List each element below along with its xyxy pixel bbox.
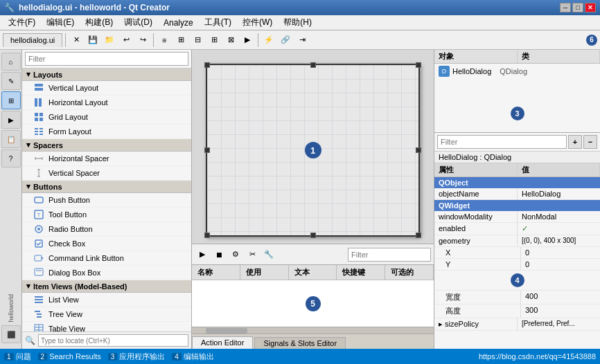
prop-enabled[interactable]: enabled ✓ [434, 223, 600, 235]
tab-signals-slots[interactable]: Signals & Slots Editor [254, 337, 346, 349]
toolbar-grid[interactable]: ⊞ [173, 33, 188, 48]
buttons-arrow: ▾ [26, 182, 30, 191]
close-button[interactable]: ✕ [585, 3, 596, 12]
toolbar-buddies[interactable]: 🔗 [278, 33, 293, 48]
minimize-button[interactable]: ─ [560, 3, 571, 12]
toolbar-new[interactable]: ✕ [69, 33, 84, 48]
widget-vertical-layout[interactable]: Vertical Layout [22, 81, 191, 95]
toolbar-align[interactable]: ≡ [157, 33, 172, 48]
sidebar-edit[interactable]: ✎ [1, 72, 21, 90]
menu-file[interactable]: 文件(F) [3, 15, 41, 30]
widget-dialog-box[interactable]: Dialog Box Box [22, 266, 191, 280]
widget-check-box[interactable]: Check Box [22, 237, 191, 251]
sidebar-debug2[interactable]: ⬛ [1, 325, 21, 343]
handle-tr[interactable] [416, 62, 421, 68]
prop-x[interactable]: X 0 [434, 247, 600, 259]
toolbar-undo[interactable]: ↩ [118, 33, 134, 48]
widget-form-layout[interactable]: Form Layout [22, 125, 191, 139]
toolbar-break[interactable]: ⊠ [223, 33, 238, 48]
menu-widgets[interactable]: 控件(W) [237, 15, 278, 30]
prop-width[interactable]: 宽度 400 [434, 291, 600, 304]
svg-rect-5 [39, 113, 43, 116]
bt-scissors[interactable]: ✂ [245, 247, 260, 262]
widget-vertical-spacer[interactable]: Vertical Spacer [22, 166, 191, 181]
prop-windowmodality[interactable]: windowModality NonModal [434, 211, 600, 223]
handle-bl[interactable] [204, 233, 210, 238]
status-app-output[interactable]: 3 应用程序输出 [108, 352, 166, 362]
widget-horizontal-layout[interactable]: Horizontal Layout [22, 95, 191, 110]
tab-action-editor[interactable]: Action Editor [192, 336, 253, 349]
handle-br[interactable] [416, 233, 421, 238]
toolbar-redo[interactable]: ↪ [135, 33, 150, 48]
bt-play[interactable]: ▶ [195, 247, 210, 262]
menu-debug[interactable]: 调试(D) [118, 15, 158, 30]
sidebar-debug[interactable]: ▶ [1, 111, 21, 129]
bt-stop[interactable]: ⏹ [211, 247, 227, 262]
file-tab[interactable]: hellodialog.ui [3, 33, 62, 47]
sidebar-help[interactable]: ? [1, 149, 21, 167]
widget-list-view[interactable]: List View [22, 293, 191, 307]
bt-config[interactable]: ⚙ [228, 247, 243, 262]
prop-y[interactable]: Y 0 [434, 259, 600, 271]
canvas-widget[interactable]: 1 [206, 64, 420, 237]
widget-horizontal-spacer[interactable]: Horizontal Spacer [22, 152, 191, 166]
handle-ml[interactable] [204, 147, 210, 153]
toolbar-signal[interactable]: ⚡ [261, 33, 276, 48]
toolbar-layout-h[interactable]: ⊟ [190, 33, 205, 48]
action-filter-input[interactable] [348, 248, 431, 262]
category-spacers[interactable]: ▾ Spacers [22, 139, 191, 152]
handle-tl[interactable] [204, 62, 210, 68]
menu-build[interactable]: 构建(B) [80, 15, 118, 30]
handle-mr[interactable] [416, 147, 421, 153]
widget-filter-input[interactable] [25, 52, 188, 66]
sidebar-projects[interactable]: 📋 [1, 130, 21, 148]
prop-geometry[interactable]: geometry [(0, 0), 400 x 300] [434, 235, 600, 247]
canvas-bottom-toolbar: ▶ ⏹ ⚙ ✂ 🔧 [192, 244, 434, 264]
toolbar-save[interactable]: 💾 [85, 33, 100, 48]
widget-table-view[interactable]: Table View [22, 322, 191, 331]
prop-objectname[interactable]: objectName HelloDialog [434, 188, 600, 200]
prop-remove-btn[interactable]: − [583, 135, 597, 149]
obj-row-hello[interactable]: D HelloDialog QDialog [434, 64, 600, 79]
handle-bm[interactable] [310, 233, 316, 238]
menu-help[interactable]: 帮助(H) [278, 15, 317, 30]
prop-add-btn[interactable]: + [568, 135, 582, 149]
status-search[interactable]: 2 Search Results [38, 352, 101, 361]
widget-tool-button[interactable]: T Tool Button [22, 208, 191, 222]
sidebar-welcome[interactable]: ⌂ [1, 53, 21, 71]
svg-rect-7 [39, 118, 43, 121]
locate-input[interactable] [38, 334, 188, 347]
category-layouts[interactable]: ▾ Layouts [22, 69, 191, 81]
maximize-button[interactable]: □ [572, 3, 583, 12]
category-item-views[interactable]: ▾ Item Views (Model-Based) [22, 280, 191, 293]
widget-push-button[interactable]: Push Button [22, 193, 191, 208]
status-compile-output[interactable]: 4 编辑输出 [172, 352, 214, 362]
widget-radio-button[interactable]: Radio Button [22, 222, 191, 237]
svg-rect-3 [39, 98, 42, 107]
horizontal-layout-icon [33, 97, 44, 108]
design-canvas[interactable]: 1 [192, 50, 434, 244]
sidebar-design[interactable]: ⊞ [1, 91, 21, 109]
section-qobject: QObject [434, 177, 600, 188]
toolbar-taborder[interactable]: ⇥ [294, 33, 310, 48]
toolbar-layout-v[interactable]: ⊞ [206, 33, 222, 48]
prop-height[interactable]: 高度 300 [434, 304, 600, 318]
status-problems[interactable]: 1 问题 [4, 352, 31, 362]
menu-analyze[interactable]: Analyze [158, 17, 199, 29]
menu-edit[interactable]: 编辑(E) [41, 15, 80, 30]
prop-sizepolicy[interactable]: ▸ sizePolicy [Preferred, Pref... [434, 318, 600, 331]
widget-command-link-button[interactable]: Command Link Button [22, 251, 191, 266]
handle-tm[interactable] [310, 62, 316, 68]
widget-grid-layout[interactable]: Grid Layout [22, 110, 191, 125]
menu-tools[interactable]: 工具(T) [199, 15, 237, 30]
svg-rect-34 [37, 316, 42, 318]
action-scrollbar[interactable] [192, 327, 434, 334]
category-buttons[interactable]: ▾ Buttons [22, 181, 191, 193]
bt-wrench[interactable]: 🔧 [261, 247, 276, 262]
toolbar-preview[interactable]: ▶ [240, 33, 255, 48]
widget-tree-view[interactable]: Tree View [22, 307, 191, 322]
svg-rect-4 [35, 113, 38, 116]
toolbar-open[interactable]: 📁 [102, 33, 117, 48]
prop-filter-input[interactable] [437, 135, 567, 149]
scrollbar-thumb[interactable] [206, 328, 247, 334]
